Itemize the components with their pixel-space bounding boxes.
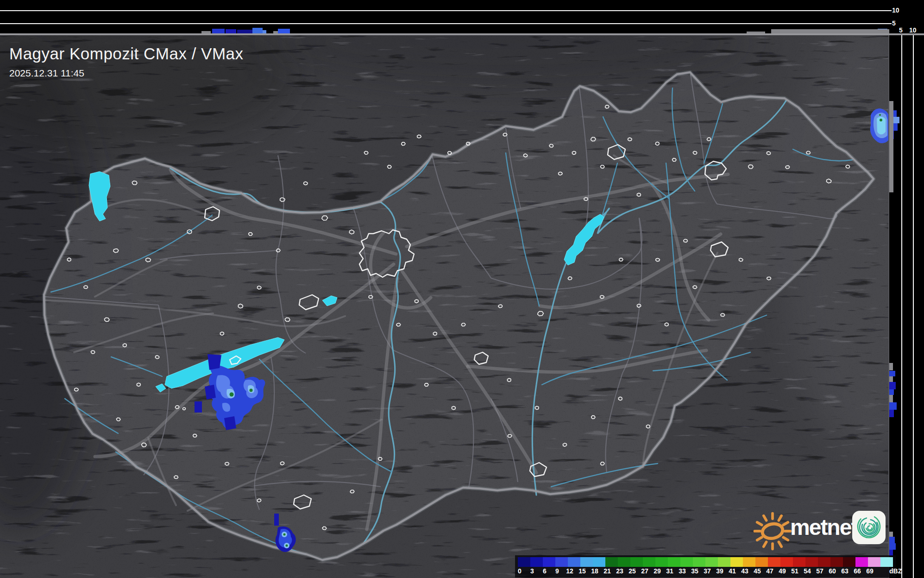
colorbar-swatch <box>605 557 618 567</box>
colorbar-tick: 41 <box>729 567 736 575</box>
title-block: Magyar Kompozit CMax / VMax 2025.12.31 1… <box>9 44 244 79</box>
colorbar-tick: 25 <box>629 567 636 575</box>
colorbar-tick: 3 <box>530 567 534 575</box>
top-echo <box>263 30 266 33</box>
radar-echo <box>274 514 279 526</box>
colorbar-tick: 51 <box>791 567 798 575</box>
brand-name: metnet <box>790 514 857 540</box>
colorbar-tick: 63 <box>841 567 849 575</box>
dbz-colorbar: 0369121518212325272931333537394143454749… <box>515 555 896 578</box>
top-axis-label-10: 10 <box>892 7 899 13</box>
right-echo <box>889 537 895 543</box>
radar-page: { "header": { "title": "Magyar Kompozit … <box>0 0 924 578</box>
right-axis-label-10: 10 <box>909 27 917 33</box>
right-echo <box>889 371 895 376</box>
colorbar-swatch <box>593 557 605 567</box>
colorbar-swatch <box>730 557 743 567</box>
timestamp: 2025.12.31 11:45 <box>9 68 244 79</box>
colorbar-swatch <box>843 557 855 567</box>
top-echo <box>237 30 252 33</box>
colorbar-unit: dBZ <box>889 567 902 575</box>
colorbar-swatch <box>568 557 580 567</box>
colorbar-swatch <box>618 557 630 567</box>
colorbar-tick: 49 <box>779 567 786 575</box>
colorbar-tick: 45 <box>754 567 761 575</box>
colorbar-swatches <box>518 557 893 567</box>
right-axis-label-5: 5 <box>899 27 903 33</box>
colorbar-tick: 35 <box>691 567 698 575</box>
right-profile-panel: 10 5 5 10 <box>889 0 924 578</box>
colorbar-tick: 54 <box>804 567 811 575</box>
top-gridline-10km <box>0 10 889 11</box>
page-title: Magyar Kompozit CMax / VMax <box>9 44 244 63</box>
colorbar-swatch <box>868 557 880 567</box>
top-gridline-5km <box>0 23 889 24</box>
colorbar-swatch <box>518 557 530 567</box>
relief-grain <box>0 0 924 578</box>
colorbar-swatch <box>543 557 555 567</box>
panel-separator <box>0 33 924 35</box>
colorbar-swatch <box>643 557 655 567</box>
radar-echo-core <box>283 534 286 536</box>
colorbar-swatch <box>830 557 843 567</box>
colorbar-swatch <box>580 557 593 567</box>
colorbar-tick: 12 <box>566 567 573 575</box>
colorbar-tick: 39 <box>716 567 723 575</box>
right-echo <box>889 410 894 417</box>
top-profile-panel <box>0 0 889 33</box>
top-axis-tick-5 <box>889 23 892 24</box>
right-echo <box>889 395 893 402</box>
colorbar-swatch <box>768 557 780 567</box>
top-echo <box>212 29 225 33</box>
colorbar-swatch <box>630 557 643 567</box>
radar-echo <box>224 416 236 430</box>
radar-echo <box>195 401 202 413</box>
colorbar-swatch <box>668 557 680 567</box>
top-echo <box>278 29 290 33</box>
colorbar-swatch <box>705 557 718 567</box>
colorbar-tick: 23 <box>616 567 623 575</box>
colorbar-swatch <box>805 557 818 567</box>
colorbar-swatch <box>655 557 668 567</box>
radar-echo-core <box>879 114 881 116</box>
right-echo <box>889 402 897 410</box>
right-echo <box>889 363 893 370</box>
radar-echo-core <box>286 545 288 547</box>
colorbar-tick: 0 <box>518 567 522 575</box>
right-echo <box>889 382 896 389</box>
radar-echo-core <box>880 119 882 121</box>
colorbar-tick: 60 <box>829 567 836 575</box>
radar-echo-core <box>250 389 253 392</box>
top-terrain-profile <box>771 29 891 33</box>
colorbar-tick: 66 <box>854 567 861 575</box>
colorbar-swatch <box>755 557 768 567</box>
top-echo <box>226 29 236 33</box>
metnet-logo: metnet <box>750 508 889 553</box>
colorbar-tick: 31 <box>666 567 673 575</box>
colorbar-tick: 15 <box>578 567 586 575</box>
right-echo <box>889 376 893 382</box>
colorbar-swatch <box>743 557 755 567</box>
right-gridline-5km <box>901 35 902 578</box>
colorbar-tick: 37 <box>704 567 711 575</box>
colorbar-tick: 57 <box>816 567 823 575</box>
colorbar-swatch <box>680 557 693 567</box>
colorbar-swatch <box>793 557 805 567</box>
top-axis-label-5: 5 <box>892 20 896 26</box>
colorbar-swatch <box>780 557 793 567</box>
right-gridline-10km <box>913 35 914 578</box>
colorbar-tick: 9 <box>555 567 559 575</box>
metnet-app-icon <box>851 510 886 545</box>
radar-echo <box>205 385 216 400</box>
radar-echo-core <box>230 393 234 397</box>
right-echo <box>889 389 894 395</box>
colorbar-tick: 69 <box>866 567 874 575</box>
right-terrain-profile <box>889 101 893 192</box>
sun-icon <box>750 508 795 553</box>
colorbar-swatch <box>718 557 730 567</box>
radar-echo <box>207 354 221 370</box>
colorbar-swatch <box>880 557 893 567</box>
colorbar-tick: 29 <box>654 567 661 575</box>
top-echo <box>252 28 263 33</box>
colorbar-swatch <box>818 557 830 567</box>
